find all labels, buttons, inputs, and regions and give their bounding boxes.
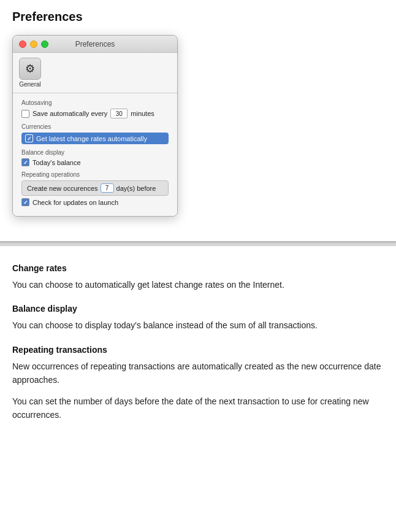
mac-minimize-button[interactable] <box>30 40 37 48</box>
change-rates-heading: Change rates <box>12 263 384 273</box>
repeating-create-row: Create new occurences 7 day(s) before <box>21 180 169 196</box>
days-suffix: day(s) before <box>116 185 156 192</box>
balance-display-checkbox[interactable] <box>21 158 29 166</box>
change-rates-para: You can choose to automatically get late… <box>12 278 384 291</box>
top-section: Preferences Preferences ⚙ General Autosa… <box>0 0 396 229</box>
balance-display-label: Balance display <box>21 149 169 156</box>
repeating-transactions-para-2: You can set the number of days before th… <box>12 395 384 422</box>
preferences-window: Preferences ⚙ General Autosaving Save au… <box>12 35 178 217</box>
balance-display-para: You can choose to display today's balanc… <box>12 318 384 332</box>
mac-maximize-button[interactable] <box>41 40 48 48</box>
mac-titlebar: Preferences <box>13 36 177 53</box>
autosave-text: Save automatically every <box>32 110 107 117</box>
updates-text: Check for updates on launch <box>32 199 118 206</box>
updates-checkbox[interactable] <box>21 198 29 206</box>
page-title: Preferences <box>12 10 384 24</box>
currencies-checkbox[interactable] <box>25 134 33 142</box>
balance-display-text: Today's balance <box>32 159 81 166</box>
repeating-transactions-heading: Repeating transactions <box>12 345 384 355</box>
balance-display-row: Today's balance <box>21 158 169 166</box>
bottom-section: Change rates You can choose to automatic… <box>0 246 396 447</box>
mac-close-button[interactable] <box>19 40 26 48</box>
section-divider <box>0 241 396 246</box>
autosave-checkbox[interactable] <box>21 110 29 118</box>
mac-window-buttons <box>19 40 48 48</box>
mac-toolbar: ⚙ General <box>13 53 177 93</box>
repeating-days-input[interactable]: 7 <box>101 183 114 193</box>
general-label: General <box>19 81 41 88</box>
updates-row: Check for updates on launch <box>21 198 169 206</box>
currencies-row: Get latest change rates automatically <box>21 133 169 144</box>
autosave-minutes-unit: minutes <box>131 110 154 117</box>
autosave-minutes-input[interactable]: 30 <box>110 109 128 118</box>
mac-window-title: Preferences <box>75 40 115 48</box>
autosaving-row: Save automatically every 30 minutes <box>21 109 169 118</box>
currencies-text: Get latest change rates automatically <box>36 135 147 142</box>
balance-display-heading: Balance display <box>12 304 384 314</box>
currencies-label: Currencies <box>21 123 169 130</box>
general-toolbar-item[interactable]: ⚙ General <box>19 58 41 88</box>
create-label: Create new occurences <box>27 185 98 192</box>
general-icon: ⚙ <box>19 58 41 80</box>
repeating-transactions-para-1: New occurrences of repeating transaction… <box>12 360 384 387</box>
mac-window-content: Autosaving Save automatically every 30 m… <box>13 93 177 216</box>
autosaving-label: Autosaving <box>21 99 169 106</box>
repeating-ops-label: Repeating operations <box>21 171 169 178</box>
